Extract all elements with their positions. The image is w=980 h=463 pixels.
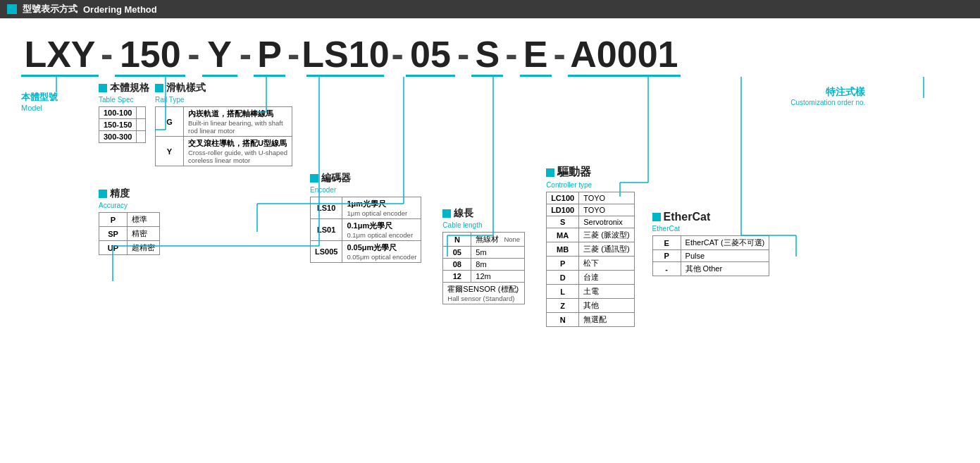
- part-lxy-text: LXY: [24, 35, 95, 75]
- accuracy-title-zh: 精度: [110, 187, 130, 200]
- cable-hall-sensor: 霍爾SENSOR (標配) Hall sensor (Standard): [443, 283, 525, 304]
- enc-code-1: LS10: [310, 197, 342, 219]
- rail-desc-2: 交叉滾柱導軌，搭配U型線馬 Cross-roller guide, with U…: [184, 137, 292, 166]
- controller-header: 驅動器: [546, 165, 634, 180]
- ethercat-title-zh: EtherCat: [664, 211, 711, 223]
- model-label-en: Model: [21, 104, 85, 112]
- table-row: E EtherCAT (三菱不可選): [652, 236, 769, 250]
- rail-desc-1-en: Built-in linear bearing, with shaft: [188, 119, 287, 127]
- eth-code-p: P: [652, 250, 681, 262]
- part-p: P: [254, 35, 285, 77]
- spec-desc-3: [137, 131, 146, 143]
- header-bar: 型號表示方式 Ordering Method: [0, 0, 980, 18]
- cable-table: N 無線材 None 05 5m 08 8m: [442, 232, 525, 304]
- table-row: UP 超精密: [99, 241, 160, 255]
- spec-desc-1: [137, 107, 146, 119]
- eth-code-e: E: [652, 236, 681, 250]
- rail-desc-1-block: 內崁軌道，搭配軸棒線馬 Built-in linear bearing, wit…: [188, 109, 287, 135]
- ctrl-desc-ld100: TOYO: [579, 204, 634, 216]
- ethercat-table: E EtherCAT (三菱不可選) P Pulse - 其他 Other: [652, 235, 770, 276]
- rail-desc-1: 內崁軌道，搭配軸棒線馬 Built-in linear bearing, wit…: [184, 107, 292, 137]
- table-spec-panel: 本體規格 Table Spec 100-100 150-150: [99, 82, 149, 166]
- table-row: LS01 0.1μm光學尺 0.1μm optical encoder: [310, 219, 421, 241]
- table-row: N 無選配: [547, 313, 634, 327]
- model-code-display: LXY - 150 - Y - P - LS10: [11, 25, 969, 77]
- ctrl-code-n: N: [547, 313, 579, 327]
- table-row: S Servotronix: [547, 216, 634, 228]
- table-row: MB 三菱 (通訊型): [547, 242, 634, 257]
- ctrl-code-p: P: [547, 257, 579, 271]
- table-row: 300-300: [99, 131, 146, 143]
- controller-table: LC100 TOYO LD100 TOYO S Servotronix MA: [546, 192, 634, 327]
- part-05: 05: [406, 35, 455, 77]
- table-row: LC100 TOYO: [547, 192, 634, 204]
- eth-desc-p: Pulse: [681, 250, 769, 262]
- part-y-text: Y: [207, 35, 232, 75]
- controller-title-zh: 驅動器: [557, 165, 591, 180]
- eth-desc-e: EtherCAT (三菱不可選): [681, 236, 769, 250]
- dash-2: -: [185, 32, 201, 77]
- rail-desc-2-en2: coreless linear motor: [188, 156, 287, 164]
- part-lxy: LXY: [21, 35, 99, 77]
- ctrl-code-z: Z: [547, 299, 579, 313]
- part-150-text: 150: [120, 35, 181, 75]
- enc-desc-1: 1μm光學尺 1μm optical encoder: [342, 197, 421, 219]
- enc-desc-2: 0.1μm光學尺 0.1μm optical encoder: [342, 219, 421, 241]
- part-ls10-text: LS10: [302, 35, 389, 75]
- hall-sensor-en: Hall sensor (Standard): [447, 295, 520, 302]
- ctrl-code-mb: MB: [547, 242, 579, 257]
- ctrl-desc-n: 無選配: [579, 313, 634, 327]
- part-e: E: [520, 35, 552, 77]
- accuracy-title-en: Accuracy: [99, 202, 292, 209]
- part-150: 150: [115, 35, 185, 77]
- rail-desc-2-zh: 交叉滾柱導軌，搭配U型線馬: [188, 138, 287, 149]
- spec-code-2: 150-150: [99, 119, 137, 131]
- accuracy-header: 精度: [99, 187, 292, 200]
- cable-desc-12: 12m: [471, 271, 525, 283]
- details-area: 本體型號 Model 本體規格 Table Spec: [11, 77, 969, 327]
- ctrl-desc-p: 松下: [579, 257, 634, 271]
- ctrl-desc-z: 其他: [579, 299, 634, 313]
- table-row: 150-150: [99, 119, 146, 131]
- acc-code-2: SP: [99, 227, 128, 241]
- dash-8: -: [552, 32, 568, 77]
- header-title-en: Ordering Method: [83, 4, 157, 15]
- dash-1: -: [99, 32, 115, 77]
- panels-container: 本體型號 Model 本體規格 Table Spec: [21, 80, 959, 327]
- encoder-icon: [310, 174, 318, 183]
- cable-title-zh: 線長: [454, 207, 473, 220]
- encoder-title-zh: 編碼器: [321, 172, 351, 185]
- table-row: LS10 1μm光學尺 1μm optical encoder: [310, 197, 421, 219]
- controller-title-en: Controller type: [546, 181, 634, 189]
- eth-desc-other: 其他 Other: [681, 262, 769, 276]
- page-wrapper: 型號表示方式 Ordering Method LXY - 150 - Y -: [0, 0, 980, 334]
- rail-type-panel: 滑軌樣式 Rail Type G 內崁軌道，搭配軸棒線馬 Built-in: [155, 82, 292, 166]
- table-spec-icon: [99, 84, 107, 92]
- rail-desc-2-en: Cross-roller guide, with U-shaped: [188, 149, 287, 156]
- enc-desc-3-block: 0.05μm光學尺 0.05μm optical encoder: [347, 242, 416, 261]
- rail-type-table: G 內崁軌道，搭配軸棒線馬 Built-in linear bearing, w…: [155, 106, 292, 166]
- cable-code-08: 08: [443, 259, 471, 271]
- table-row: L 土電: [547, 285, 634, 299]
- table-row: Y 交叉滾柱導軌，搭配U型線馬 Cross-roller guide, with…: [156, 137, 292, 166]
- enc-desc-2-zh: 0.1μm光學尺: [347, 221, 416, 231]
- encoder-panel: 編碼器 Encoder LS10 1μm光學尺 1μm optical enco…: [310, 172, 421, 263]
- hall-sensor-zh: 霍爾SENSOR (標配): [447, 284, 520, 295]
- main-content: LXY - 150 - Y - P - LS10: [0, 18, 980, 334]
- accuracy-table: P 標準 SP 精密 UP 超精密: [99, 212, 160, 255]
- table-spec-title-zh: 本體規格: [110, 82, 149, 94]
- part-ls10: LS10: [302, 35, 389, 77]
- enc-code-3: LS005: [310, 241, 342, 263]
- rail-desc-1-zh: 內崁軌道，搭配軸棒線馬: [188, 109, 287, 119]
- acc-code-3: UP: [99, 241, 128, 255]
- custom-title-zh: 特注式樣: [790, 86, 865, 99]
- customization-panel: 特注式樣 Customization order no.: [790, 86, 865, 106]
- enc-desc-3-en: 0.05μm optical encoder: [347, 253, 416, 261]
- table-row: P 標準: [99, 213, 160, 227]
- part-a0001-text: A0001: [570, 35, 678, 75]
- ctrl-code-ma: MA: [547, 228, 579, 242]
- part-a0001: A0001: [568, 35, 681, 77]
- part-05-text: 05: [410, 35, 451, 75]
- table-row: Z 其他: [547, 299, 634, 313]
- rail-type-title-en: Rail Type: [155, 96, 292, 104]
